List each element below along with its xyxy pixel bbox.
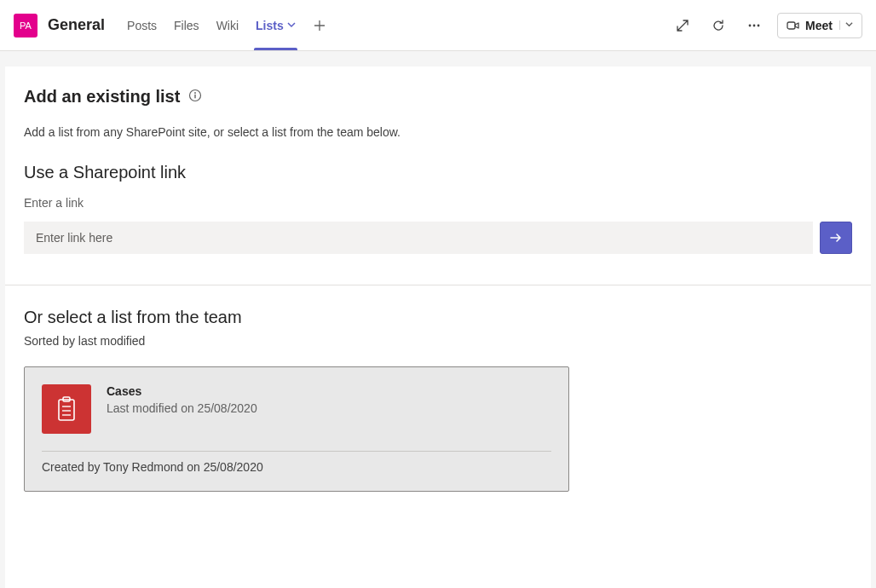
expand-icon	[676, 19, 689, 32]
list-name: Cases	[107, 384, 257, 398]
tab-posts[interactable]: Posts	[118, 0, 165, 50]
meet-button[interactable]: Meet	[777, 13, 862, 38]
reload-icon	[712, 19, 725, 32]
list-icon	[42, 384, 91, 434]
arrow-right-icon	[828, 230, 844, 245]
avatar: PA	[14, 14, 37, 37]
sharepoint-link-input[interactable]	[24, 222, 813, 254]
page-subtitle: Add a list from any SharePoint site, or …	[24, 125, 852, 139]
chevron-down-icon	[287, 20, 296, 31]
divider	[5, 285, 871, 285]
svg-point-2	[758, 24, 760, 26]
list-created: Created by Tony Redmond on 25/08/2020	[42, 460, 551, 474]
reload-button[interactable]	[706, 13, 731, 38]
channel-header: PA General Posts Files Wiki Lists Meet	[0, 0, 876, 51]
svg-point-1	[753, 24, 756, 26]
list-card[interactable]: Cases Last modified on 25/08/2020 Create…	[24, 366, 569, 492]
submit-link-button[interactable]	[820, 222, 852, 254]
expand-button[interactable]	[670, 13, 695, 38]
header-actions: Meet	[670, 13, 862, 38]
tab-bar: Posts Files Wiki Lists	[118, 0, 335, 50]
video-icon	[787, 20, 800, 32]
add-tab-button[interactable]	[304, 19, 335, 32]
select-list-heading: Or select a list from the team	[24, 308, 852, 327]
sharepoint-link-heading: Use a Sharepoint link	[24, 163, 852, 182]
plus-icon	[313, 19, 326, 32]
sorted-label: Sorted by last modified	[24, 334, 852, 348]
card-divider	[42, 451, 551, 452]
tab-wiki[interactable]: Wiki	[208, 0, 247, 50]
tab-lists-label: Lists	[256, 19, 284, 32]
content-panel: Add an existing list Add a list from any…	[5, 66, 871, 588]
svg-rect-7	[59, 400, 74, 420]
tab-files[interactable]: Files	[165, 0, 208, 50]
more-icon	[747, 19, 761, 32]
svg-point-0	[749, 24, 752, 26]
clipboard-icon	[55, 396, 78, 422]
meet-label: Meet	[805, 19, 833, 32]
tab-lists[interactable]: Lists	[247, 0, 304, 50]
more-button[interactable]	[741, 13, 767, 38]
page-title: Add an existing list	[24, 87, 180, 107]
chevron-down-icon[interactable]	[839, 20, 853, 30]
svg-point-5	[194, 92, 196, 94]
svg-rect-6	[195, 94, 196, 98]
channel-name: General	[48, 16, 105, 34]
svg-rect-3	[787, 22, 795, 29]
link-label: Enter a link	[24, 196, 852, 210]
list-modified: Last modified on 25/08/2020	[107, 401, 257, 415]
info-icon[interactable]	[188, 89, 202, 106]
